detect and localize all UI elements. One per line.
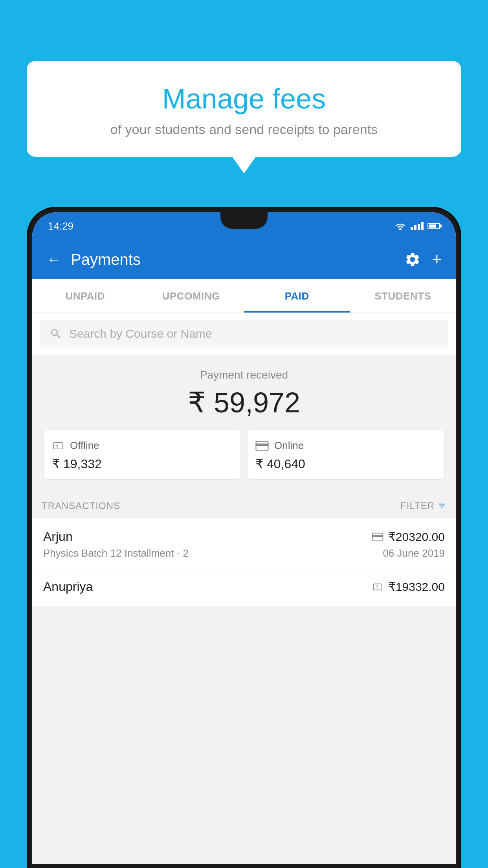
online-icon — [255, 441, 269, 451]
tab-paid[interactable]: PAID — [244, 279, 350, 313]
online-card-header: Online — [255, 440, 436, 452]
phone-inner: 14:29 — [32, 212, 456, 864]
bubble-subtitle: of your students and send receipts to pa… — [50, 122, 438, 137]
offline-payment-icon: ₹ — [372, 582, 383, 592]
header-title: Payments — [71, 251, 141, 268]
add-button[interactable]: + — [432, 250, 442, 269]
bubble-title: Manage fees — [50, 83, 438, 115]
transactions-header: TRANSACTIONS FILTER — [32, 491, 456, 519]
filter-button[interactable]: FILTER — [400, 500, 446, 511]
status-icons — [394, 222, 440, 230]
transaction-amount-row-arjun: ₹20320.00 — [372, 530, 445, 544]
filter-text: FILTER — [400, 500, 435, 511]
offline-label: Offline — [70, 440, 99, 452]
signal-icon — [411, 222, 424, 230]
transaction-top-anupriya: Anupriya ₹ ₹19332.00 — [43, 579, 445, 594]
offline-payment-card: ₹ Offline ₹ 19,332 — [44, 430, 240, 479]
search-container: Search by Course or Name — [32, 313, 456, 355]
transactions-label: TRANSACTIONS — [42, 500, 120, 511]
offline-icon: ₹ — [52, 440, 64, 451]
payment-cards-row: ₹ Offline ₹ 19,332 Online — [44, 430, 444, 479]
transaction-amount-arjun: ₹20320.00 — [388, 530, 445, 544]
wifi-icon — [394, 222, 407, 230]
svg-text:₹: ₹ — [375, 585, 378, 589]
svg-rect-6 — [372, 535, 383, 537]
transaction-name-anupriya: Anupriya — [43, 579, 93, 594]
tabs-bar: UNPAID UPCOMING PAID STUDENTS — [32, 279, 456, 313]
filter-icon — [438, 502, 446, 510]
offline-amount: ₹ 19,332 — [52, 456, 233, 471]
speech-bubble-section: Manage fees of your students and send re… — [27, 61, 461, 157]
transaction-date-arjun: 06 June 2019 — [383, 547, 445, 559]
status-bar: 14:29 — [32, 212, 456, 240]
gear-icon[interactable] — [404, 251, 421, 268]
svg-rect-4 — [256, 443, 268, 446]
header-right: + — [404, 250, 442, 269]
app-header: ← Payments + — [32, 240, 456, 279]
tab-upcoming[interactable]: UPCOMING — [138, 279, 244, 313]
transaction-amount-row-anupriya: ₹ ₹19332.00 — [372, 580, 445, 594]
svg-text:₹: ₹ — [56, 443, 59, 448]
header-left: ← Payments — [46, 251, 141, 268]
transaction-row-anupriya: Anupriya ₹ ₹19332.00 — [32, 568, 456, 606]
notch — [220, 212, 268, 229]
transaction-bottom-arjun: Physics Batch 12 Installment - 2 06 June… — [43, 547, 445, 559]
transaction-row: Arjun ₹20320.00 Physics Batch 12 Install… — [32, 519, 456, 568]
speech-bubble: Manage fees of your students and send re… — [27, 61, 461, 157]
online-payment-icon — [372, 533, 383, 541]
online-amount: ₹ 40,640 — [255, 456, 436, 471]
svg-point-0 — [399, 228, 402, 230]
transaction-amount-anupriya: ₹19332.00 — [388, 580, 445, 594]
offline-card-header: ₹ Offline — [52, 440, 233, 452]
phone-frame: 14:29 — [28, 208, 460, 868]
battery-icon — [427, 223, 440, 229]
search-placeholder: Search by Course or Name — [69, 327, 212, 340]
search-icon — [50, 327, 62, 340]
tab-students[interactable]: STUDENTS — [350, 279, 456, 313]
back-button[interactable]: ← — [46, 251, 61, 268]
transaction-name-arjun: Arjun — [43, 530, 73, 544]
transaction-top-arjun: Arjun ₹20320.00 — [43, 530, 445, 544]
tab-unpaid[interactable]: UNPAID — [32, 279, 138, 313]
online-label: Online — [274, 440, 304, 452]
online-payment-card: Online ₹ 40,640 — [248, 430, 444, 479]
search-box[interactable]: Search by Course or Name — [40, 320, 448, 348]
status-time: 14:29 — [48, 220, 73, 232]
transaction-course-arjun: Physics Batch 12 Installment - 2 — [43, 547, 189, 559]
payment-total-amount: ₹ 59,972 — [44, 386, 444, 419]
payment-received-label: Payment received — [44, 369, 444, 381]
payment-summary: Payment received ₹ 59,972 ₹ Offline ₹ 19… — [32, 355, 456, 491]
